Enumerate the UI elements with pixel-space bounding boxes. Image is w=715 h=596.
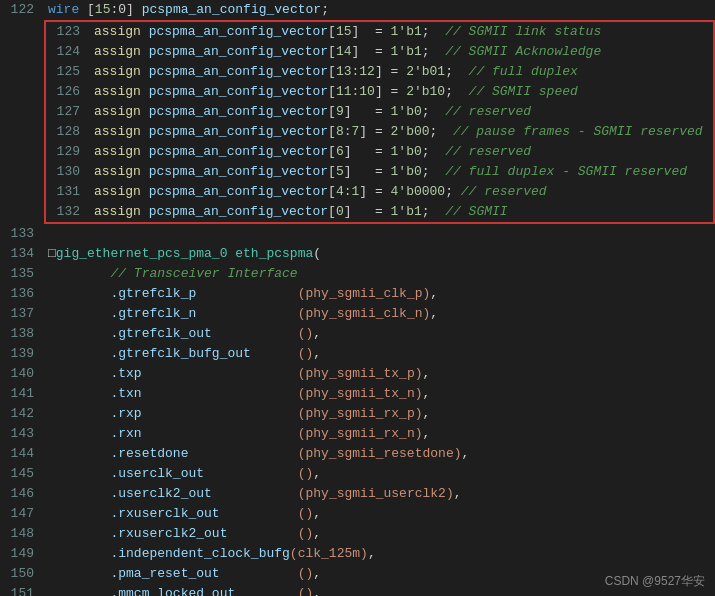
code-line-125: 125 assign pcspma_an_config_vector[13:12… [46, 62, 713, 82]
line-content: .gtrefclk_n (phy_sgmii_clk_n), [44, 304, 715, 324]
line-number: 141 [0, 384, 44, 404]
line-content: assign pcspma_an_config_vector[15] = 1'b… [90, 22, 713, 42]
line-number: 135 [0, 264, 44, 284]
code-line-142: 142 .rxp (phy_sgmii_rx_p), [0, 404, 715, 424]
line-content: .gtrefclk_p (phy_sgmii_clk_p), [44, 284, 715, 304]
line-number: 144 [0, 444, 44, 464]
line-number: 132 [46, 202, 90, 222]
line-number: 124 [46, 42, 90, 62]
line-content: .rxp (phy_sgmii_rx_p), [44, 404, 715, 424]
line-number: 139 [0, 344, 44, 364]
line-content: .rxuserclk_out (), [44, 504, 715, 524]
line-content: assign pcspma_an_config_vector[5] = 1'b0… [90, 162, 713, 182]
line-content: wire [15:0] pcspma_an_config_vector; [44, 0, 715, 20]
line-number: 149 [0, 544, 44, 564]
line-content: .gtrefclk_out (), [44, 324, 715, 344]
line-number: 140 [0, 364, 44, 384]
line-number: 146 [0, 484, 44, 504]
watermark: CSDN @9527华安 [605, 573, 705, 590]
line-number: 147 [0, 504, 44, 524]
code-line-134: 134 □gig_ethernet_pcs_pma_0 eth_pcspma( [0, 244, 715, 264]
code-line-147: 147 .rxuserclk_out (), [0, 504, 715, 524]
code-line-133: 133 [0, 224, 715, 244]
line-content: .userclk2_out (phy_sgmii_userclk2), [44, 484, 715, 504]
code-line-131: 131 assign pcspma_an_config_vector[4:1] … [46, 182, 713, 202]
code-line-140: 140 .txp (phy_sgmii_tx_p), [0, 364, 715, 384]
line-number: 122 [0, 0, 44, 20]
line-content: assign pcspma_an_config_vector[0] = 1'b1… [90, 202, 713, 222]
line-number: 150 [0, 564, 44, 584]
code-line-145: 145 .userclk_out (), [0, 464, 715, 484]
code-line-130: 130 assign pcspma_an_config_vector[5] = … [46, 162, 713, 182]
line-number: 145 [0, 464, 44, 484]
line-content: .gtrefclk_bufg_out (), [44, 344, 715, 364]
code-line-136: 136 .gtrefclk_p (phy_sgmii_clk_p), [0, 284, 715, 304]
code-line-126: 126 assign pcspma_an_config_vector[11:10… [46, 82, 713, 102]
code-line-149: 149 .independent_clock_bufg(clk_125m), [0, 544, 715, 564]
assign-block: 123 assign pcspma_an_config_vector[15] =… [44, 20, 715, 224]
line-content: .txp (phy_sgmii_tx_p), [44, 364, 715, 384]
line-number: 136 [0, 284, 44, 304]
line-number: 128 [46, 122, 90, 142]
line-number: 143 [0, 424, 44, 444]
line-content [44, 224, 715, 244]
line-content: // Transceiver Interface [44, 264, 715, 284]
line-content: .independent_clock_bufg(clk_125m), [44, 544, 715, 564]
line-number: 142 [0, 404, 44, 424]
line-number: 129 [46, 142, 90, 162]
code-line-144: 144 .resetdone (phy_sgmii_resetdone), [0, 444, 715, 464]
code-line-132: 132 assign pcspma_an_config_vector[0] = … [46, 202, 713, 222]
code-line-122: 122 wire [15:0] pcspma_an_config_vector; [0, 0, 715, 20]
line-number: 137 [0, 304, 44, 324]
line-content: assign pcspma_an_config_vector[14] = 1'b… [90, 42, 713, 62]
line-number: 125 [46, 62, 90, 82]
line-content: .resetdone (phy_sgmii_resetdone), [44, 444, 715, 464]
code-line-129: 129 assign pcspma_an_config_vector[6] = … [46, 142, 713, 162]
line-content: assign pcspma_an_config_vector[6] = 1'b0… [90, 142, 713, 162]
line-number: 130 [46, 162, 90, 182]
line-content: .txn (phy_sgmii_tx_n), [44, 384, 715, 404]
line-content: .rxuserclk2_out (), [44, 524, 715, 544]
line-number: 127 [46, 102, 90, 122]
code-line-143: 143 .rxn (phy_sgmii_rx_n), [0, 424, 715, 444]
code-line-138: 138 .gtrefclk_out (), [0, 324, 715, 344]
line-number: 131 [46, 182, 90, 202]
code-line-124: 124 assign pcspma_an_config_vector[14] =… [46, 42, 713, 62]
code-editor: 122 wire [15:0] pcspma_an_config_vector;… [0, 0, 715, 596]
code-line-139: 139 .gtrefclk_bufg_out (), [0, 344, 715, 364]
line-number: 148 [0, 524, 44, 544]
code-line-141: 141 .txn (phy_sgmii_tx_n), [0, 384, 715, 404]
line-content: .userclk_out (), [44, 464, 715, 484]
line-number: 123 [46, 22, 90, 42]
line-content: assign pcspma_an_config_vector[4:1] = 4'… [90, 182, 713, 202]
code-line-127: 127 assign pcspma_an_config_vector[9] = … [46, 102, 713, 122]
line-number: 134 [0, 244, 44, 264]
code-line-137: 137 .gtrefclk_n (phy_sgmii_clk_n), [0, 304, 715, 324]
line-content: assign pcspma_an_config_vector[13:12] = … [90, 62, 713, 82]
code-line-148: 148 .rxuserclk2_out (), [0, 524, 715, 544]
code-line-128: 128 assign pcspma_an_config_vector[8:7] … [46, 122, 713, 142]
line-content: assign pcspma_an_config_vector[8:7] = 2'… [90, 122, 713, 142]
line-content: assign pcspma_an_config_vector[11:10] = … [90, 82, 713, 102]
code-line-146: 146 .userclk2_out (phy_sgmii_userclk2), [0, 484, 715, 504]
line-content: assign pcspma_an_config_vector[9] = 1'b0… [90, 102, 713, 122]
code-line-135: 135 // Transceiver Interface [0, 264, 715, 284]
line-content: □gig_ethernet_pcs_pma_0 eth_pcspma( [44, 244, 715, 264]
line-number: 126 [46, 82, 90, 102]
code-line-123: 123 assign pcspma_an_config_vector[15] =… [46, 22, 713, 42]
line-content: .rxn (phy_sgmii_rx_n), [44, 424, 715, 444]
line-number: 133 [0, 224, 44, 244]
line-number: 138 [0, 324, 44, 344]
line-number: 151 [0, 584, 44, 596]
